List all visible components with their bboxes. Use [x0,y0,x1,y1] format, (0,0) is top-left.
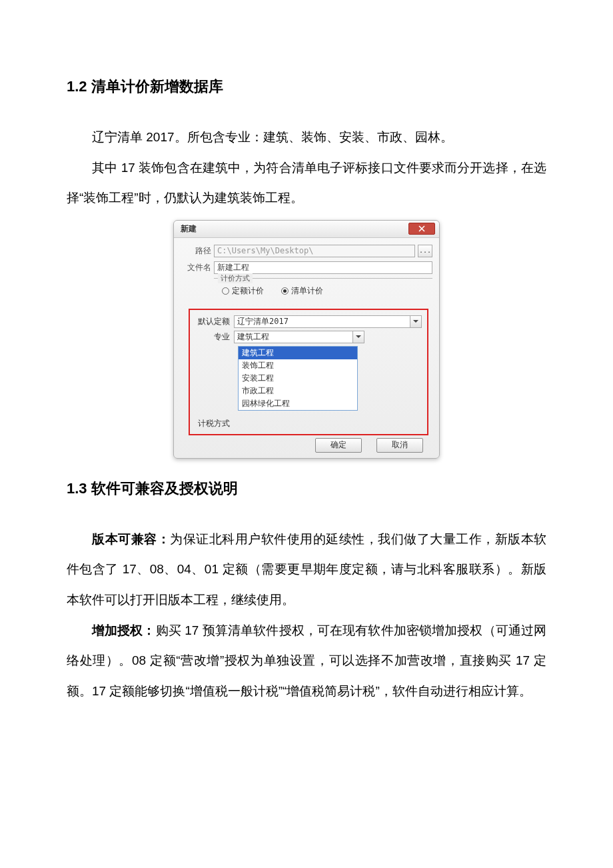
section-1-3-para-1: 版本可兼容：为保证北科用户软件使用的延续性，我们做了大量工作，新版本软件包含了 … [67,524,546,615]
specialty-dropdown[interactable]: 建筑工程 装饰工程 安装工程 市政工程 园林绿化工程 [238,346,358,411]
close-button[interactable] [408,223,435,235]
para1-bold-lead: 版本可兼容： [92,532,170,546]
para2-bold-lead: 增加授权： [92,623,156,637]
section-1-3-para-2: 增加授权：购买 17 预算清单软件授权，可在现有软件加密锁增加授权（可通过网络处… [67,615,546,707]
section-1-2-para-2: 其中 17 装饰包含在建筑中，为符合清单电子评标接口文件要求而分开选择，在选择“… [67,153,546,213]
titlebar: 新建 [174,221,439,238]
radio-icon [281,287,289,295]
specialty-combo[interactable]: 建筑工程 [234,331,364,343]
section-1-2-heading: 1.2 清单计价新增数据库 [67,77,546,97]
chevron-down-icon [352,331,364,343]
default-quota-value: 辽宁清单2017 [237,316,289,327]
filename-input[interactable] [214,261,432,274]
cancel-button[interactable]: 取消 [376,438,423,453]
specialty-label: 专业 [195,331,230,343]
radio-quota-label: 定额计价 [232,285,264,297]
filename-label: 文件名 [181,262,211,273]
default-quota-label: 默认定额 [195,316,230,327]
tax-label: 计税方式 [195,418,230,429]
pricing-fieldset: 计价方式 定额计价 清单计价 [214,278,432,302]
chevron-down-icon [410,316,421,327]
specialty-value: 建筑工程 [237,331,269,343]
new-dialog: 新建 路径 ... 文件名 计价方式 定额计价 [173,220,440,459]
tax-combo[interactable] [234,417,338,430]
browse-button[interactable]: ... [418,245,432,257]
ok-button[interactable]: 确定 [315,438,362,453]
path-label: 路径 [181,245,211,257]
dropdown-item-1[interactable]: 装饰工程 [239,359,357,372]
highlighted-region: 默认定额 辽宁清单2017 专业 建筑工程 建筑工程 装饰工程 [189,309,428,435]
default-quota-combo[interactable]: 辽宁清单2017 [234,315,422,328]
pricing-legend: 计价方式 [218,273,253,283]
radio-list-label: 清单计价 [291,285,323,297]
close-icon [418,225,425,232]
dropdown-item-0[interactable]: 建筑工程 [239,347,357,359]
new-dialog-screenshot: 新建 路径 ... 文件名 计价方式 定额计价 [67,220,546,459]
dialog-title: 新建 [181,223,197,235]
dropdown-item-4[interactable]: 园林绿化工程 [239,397,357,410]
radio-quota-pricing[interactable]: 定额计价 [222,285,264,297]
section-1-2-para-1: 辽宁清单 2017。所包含专业：建筑、装饰、安装、市政、园林。 [67,122,546,153]
radio-icon [222,287,229,295]
dropdown-item-2[interactable]: 安装工程 [239,372,357,385]
section-1-3-heading: 1.3 软件可兼容及授权说明 [67,479,546,499]
path-input[interactable] [214,245,415,257]
dropdown-item-3[interactable]: 市政工程 [239,385,357,397]
radio-list-pricing[interactable]: 清单计价 [281,285,323,297]
